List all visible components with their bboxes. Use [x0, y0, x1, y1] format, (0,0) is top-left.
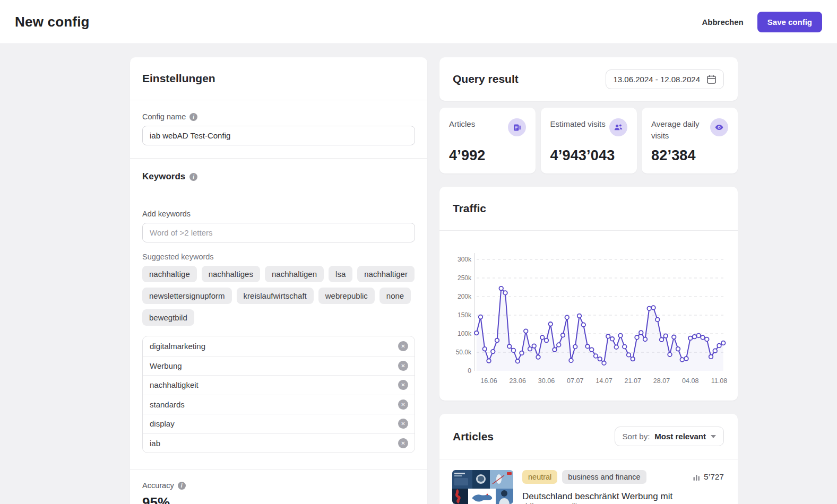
info-icon[interactable]: i: [178, 482, 186, 490]
traffic-card: Traffic 050.0k100k150k200k250k300k16.062…: [439, 187, 738, 401]
selected-keyword-row: standards ✕: [143, 395, 415, 414]
keywords-title: Keywords i: [142, 171, 415, 182]
stat-label: Average daily visits: [651, 118, 710, 142]
articles-title: Articles: [453, 430, 494, 443]
svg-text:150k: 150k: [458, 311, 472, 319]
remove-keyword-icon[interactable]: ✕: [398, 361, 408, 371]
keywords-section: Keywords i Add keywords Suggested keywor…: [130, 158, 427, 469]
svg-text:21.07: 21.07: [625, 377, 641, 385]
newspaper-icon: [508, 118, 526, 136]
stat-card-average-daily-visits: Average daily visits 82’384: [642, 108, 738, 173]
settings-title: Einstellungen: [142, 72, 215, 85]
suggested-keyword-chip[interactable]: newslettersignupform: [142, 288, 232, 304]
suggested-keyword-chip[interactable]: none: [379, 288, 411, 304]
info-icon[interactable]: i: [189, 173, 197, 181]
page-title: New config: [15, 14, 90, 30]
config-name-input[interactable]: [142, 126, 415, 145]
top-bar: New config Abbrechen Save config: [0, 0, 837, 44]
stat-label: Estimated visits: [550, 118, 606, 130]
selected-keywords-list: digitalmarketing ✕ Werbung ✕ nachhaltigk…: [142, 336, 415, 453]
info-icon[interactable]: i: [189, 113, 197, 121]
stat-label: Articles: [449, 118, 475, 130]
remove-keyword-icon[interactable]: ✕: [398, 438, 408, 448]
stat-value: 4’992: [449, 147, 526, 164]
svg-text:11.08: 11.08: [711, 377, 727, 385]
traffic-header: Traffic: [439, 187, 738, 231]
suggested-keywords-chips: nachhaltige nachhaltiges nachhaltigen ls…: [142, 266, 415, 326]
selected-keyword-row: display ✕: [143, 414, 415, 433]
svg-text:100k: 100k: [458, 330, 472, 337]
chevron-down-icon: [711, 435, 716, 438]
accuracy-label: Accuracy i: [142, 481, 415, 490]
svg-text:07.07: 07.07: [567, 377, 583, 385]
suggested-keyword-chip[interactable]: kreislaufwirtschaft: [237, 288, 314, 304]
calendar-icon: [706, 74, 717, 84]
query-result-title: Query result: [453, 73, 519, 85]
date-range-picker[interactable]: 13.06.2024 - 12.08.2024: [606, 69, 724, 89]
svg-text:50.0k: 50.0k: [456, 349, 472, 356]
traffic-title: Traffic: [453, 202, 486, 215]
stat-value: 82’384: [651, 147, 728, 164]
suggested-keywords-label: Suggested keywords: [142, 253, 415, 261]
suggested-keyword-chip[interactable]: nachhaltiger: [357, 266, 415, 282]
remove-keyword-icon[interactable]: ✕: [398, 399, 408, 410]
add-keywords-input[interactable]: [142, 223, 415, 242]
svg-text:300k: 300k: [458, 256, 472, 263]
article-list-item[interactable]: neutral business and finance 5’727 Deuts…: [439, 459, 738, 504]
suggested-keyword-chip[interactable]: nachhaltiges: [202, 266, 260, 282]
suggested-keyword-chip[interactable]: lsa: [329, 266, 352, 282]
topbar-actions: Abbrechen Save config: [702, 12, 822, 32]
sort-by-label: Sort by:: [623, 432, 650, 441]
svg-text:04.08: 04.08: [682, 377, 698, 385]
svg-text:250k: 250k: [458, 274, 472, 282]
selected-keyword-row: Werbung ✕: [143, 356, 415, 376]
settings-header: Einstellungen: [130, 57, 427, 100]
category-badge: business and finance: [562, 470, 646, 484]
suggested-keyword-chip[interactable]: nachhaltige: [142, 266, 197, 282]
add-keywords-label: Add keywords: [142, 210, 415, 218]
svg-text:0: 0: [468, 367, 471, 375]
sentiment-badge: neutral: [522, 470, 557, 484]
accuracy-value: 95%: [142, 494, 415, 504]
stat-value: 4’943’043: [550, 147, 627, 164]
remove-keyword-icon[interactable]: ✕: [398, 419, 408, 429]
selected-keyword-row: nachhaltigkeit ✕: [143, 375, 415, 395]
sort-by-dropdown[interactable]: Sort by: Most relevant: [615, 427, 724, 446]
suggested-keyword-chip[interactable]: bewegtbild: [142, 309, 194, 326]
remove-keyword-icon[interactable]: ✕: [398, 341, 408, 351]
svg-text:28.07: 28.07: [653, 377, 670, 385]
suggested-keyword-chip[interactable]: nachhaltigen: [265, 266, 324, 282]
stat-card-estimated-visits: Estimated visits 4’943’043: [541, 108, 637, 173]
svg-text:200k: 200k: [458, 293, 472, 300]
eye-icon: [710, 118, 728, 136]
save-config-button[interactable]: Save config: [757, 12, 822, 32]
page: New config Abbrechen Save config Einstel…: [0, 0, 837, 504]
articles-header: Articles Sort by: Most relevant: [439, 414, 738, 459]
date-range-value: 13.06.2024 - 12.08.2024: [614, 75, 700, 84]
selected-keyword-row: digitalmarketing ✕: [143, 336, 415, 356]
stat-card-articles: Articles 4’992: [439, 108, 536, 173]
users-icon: [609, 118, 627, 136]
config-name-label: Config name i: [142, 112, 415, 121]
cancel-button[interactable]: Abbrechen: [702, 18, 743, 27]
selected-keyword-row: iab ✕: [143, 433, 415, 453]
settings-card: Einstellungen Config name i Keywords i A…: [130, 57, 427, 504]
accuracy-section: Accuracy i 95%: [130, 469, 427, 504]
article-thumbnail: [452, 470, 513, 504]
svg-text:23.06: 23.06: [510, 377, 526, 385]
remove-keyword-icon[interactable]: ✕: [398, 380, 408, 390]
svg-text:16.06: 16.06: [480, 377, 497, 385]
svg-text:30.06: 30.06: [538, 377, 555, 385]
config-name-section: Config name i: [130, 100, 427, 158]
sort-by-value: Most relevant: [654, 432, 706, 441]
article-views: 5’727: [704, 472, 724, 482]
articles-card: Articles Sort by: Most relevant: [439, 414, 738, 504]
traffic-chart-svg: 050.0k100k150k200k250k300k16.0623.0630.0…: [447, 244, 729, 392]
query-result-card: Query result 13.06.2024 - 12.08.2024: [439, 57, 738, 101]
traffic-chart: 050.0k100k150k200k250k300k16.0623.0630.0…: [439, 231, 738, 392]
bar-chart-icon: [693, 474, 700, 481]
suggested-keyword-chip[interactable]: webrepublic: [318, 288, 375, 304]
svg-text:14.07: 14.07: [596, 377, 612, 385]
article-headline: Deutschland beschränkt Werbung mit „klim…: [522, 491, 724, 504]
